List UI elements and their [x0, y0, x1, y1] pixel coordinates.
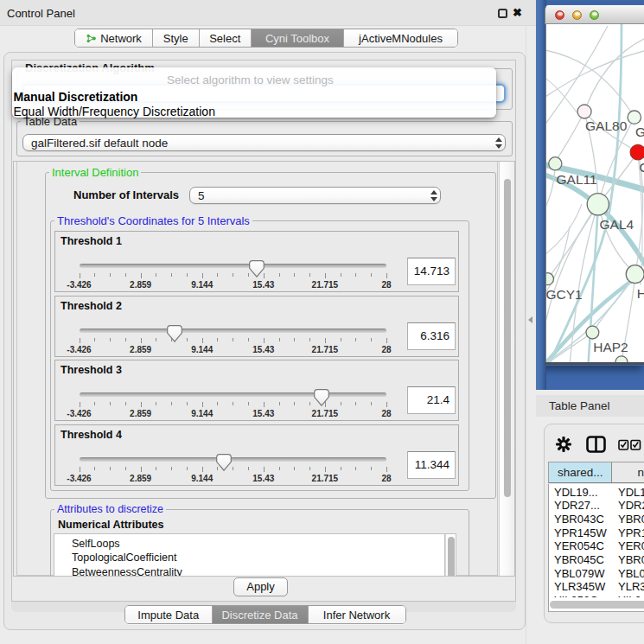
network-node[interactable]	[587, 194, 609, 215]
slider-tick	[110, 273, 111, 277]
slider-tick	[94, 338, 95, 341]
attribute-item[interactable]: TopologicalCoefficient	[72, 552, 176, 564]
table-cell[interactable]: YBR0	[618, 513, 644, 526]
control-panel-tabs: NetworkStyleSelectCyni ToolboxjActiveMNo…	[74, 29, 458, 48]
table-header-shared[interactable]: shared...	[549, 462, 612, 482]
slider-tick	[341, 467, 341, 470]
threshold-value-field[interactable]: 11.344	[407, 451, 456, 479]
attribute-item[interactable]: SelfLoops	[72, 538, 120, 550]
close-traffic-light[interactable]	[555, 10, 564, 20]
threshold-label: Threshold 1	[61, 235, 122, 247]
slider-tick	[279, 402, 280, 405]
table-cell[interactable]: YDR27...	[554, 499, 600, 512]
network-node[interactable]	[586, 326, 599, 339]
table-cell[interactable]: YDL1	[618, 486, 644, 499]
popup-placeholder-item[interactable]: Select algorithm to view settings	[167, 73, 334, 86]
network-node[interactable]	[615, 356, 628, 362]
number-of-intervals-combobox[interactable]: 5	[189, 187, 441, 204]
table-cell[interactable]: YDL19...	[554, 486, 598, 499]
slider-tick	[309, 338, 310, 341]
attributes-clip: Attributes to discretize Numerical Attri…	[13, 501, 514, 577]
tab-cyni-toolbox[interactable]: Cyni Toolbox	[252, 29, 344, 47]
slider-thumb[interactable]	[167, 325, 182, 342]
network-window-titlebar[interactable]	[545, 5, 644, 24]
divider-collapse-icon[interactable]	[528, 316, 532, 323]
slider-tick	[264, 402, 265, 407]
split-divider[interactable]	[526, 26, 536, 644]
slider-tick	[80, 467, 80, 472]
slider-track[interactable]	[80, 457, 387, 462]
network-node[interactable]	[546, 273, 554, 285]
table-cell[interactable]: YBR043C	[554, 513, 604, 526]
slider-thumb[interactable]	[249, 260, 265, 277]
main-scrollbar-thumb[interactable]	[504, 179, 511, 497]
table-cell[interactable]: YPR145W	[554, 526, 607, 539]
table-hscrollbar[interactable]	[548, 597, 644, 612]
gear-icon[interactable]	[556, 437, 571, 452]
close-icon[interactable]: ✖	[513, 6, 522, 19]
float-window-icon[interactable]	[498, 9, 507, 18]
table-cell[interactable]: YBL079W	[554, 567, 605, 580]
checkbox-columns-icon[interactable]	[618, 439, 641, 450]
split-table-icon[interactable]	[586, 436, 606, 453]
threshold-value-field[interactable]: 14.713	[407, 258, 456, 285]
table-cell[interactable]: YPR1	[618, 526, 644, 539]
slider-tick	[202, 273, 203, 278]
table-cell[interactable]: YER054C	[554, 539, 604, 552]
table-header-name[interactable]: n	[612, 462, 644, 482]
slider-thumb[interactable]	[216, 454, 232, 471]
table-cell[interactable]: YLR3	[618, 580, 644, 593]
slider-tick	[341, 338, 341, 341]
tab-infer-network[interactable]: Infer Network	[309, 606, 405, 623]
threshold-value-field[interactable]: 6.316	[407, 322, 456, 350]
numerical-attributes-list[interactable]: SelfLoopsTopologicalCoefficientBetweenne…	[54, 533, 445, 577]
table-body[interactable]: YDL19...YDL1YDR27...YDR2YBR043CYBR0YPR14…	[548, 484, 644, 597]
threshold-panel: Threshold 1-3.4262.8599.14415.4321.71528…	[54, 231, 459, 292]
network-node-label: GAL11	[557, 172, 597, 187]
slider-tick	[309, 273, 310, 277]
network-node[interactable]	[577, 105, 591, 118]
slider-tick	[371, 338, 372, 341]
tab-select[interactable]: Select	[200, 29, 252, 47]
table-data-combobox[interactable]: galFiltered.sif default node	[22, 134, 506, 151]
network-node-label: GAL80	[585, 118, 628, 133]
table-cell[interactable]: YBR0	[618, 553, 644, 566]
slider-tick	[125, 402, 126, 405]
popup-item[interactable]: Manual Discretization	[14, 90, 138, 104]
table-cell[interactable]: YLR345W	[554, 580, 605, 593]
slider-track[interactable]	[80, 328, 387, 333]
tab-style[interactable]: Style	[153, 29, 200, 47]
table-cell[interactable]: YBR045C	[554, 553, 604, 566]
network-canvas[interactable]: GAL80GACGAL11GAL4GCY1HHAP2	[545, 24, 644, 362]
threshold-value-field[interactable]: 21.4	[407, 386, 456, 414]
slider-tick-label: 21.715	[312, 409, 339, 418]
network-node[interactable]	[628, 111, 641, 124]
zoom-traffic-light[interactable]	[590, 10, 599, 20]
network-node[interactable]	[626, 265, 644, 284]
minimize-traffic-light[interactable]	[572, 10, 582, 20]
slider-tick-label: 2.859	[130, 474, 151, 483]
table-cell[interactable]: YER0	[618, 539, 644, 552]
table-cell[interactable]: YBL0	[618, 567, 644, 580]
network-edge	[555, 112, 584, 163]
apply-button[interactable]: Apply	[233, 577, 288, 596]
slider-tick	[294, 273, 295, 277]
slider-thumb[interactable]	[314, 389, 329, 406]
slider-track[interactable]	[80, 264, 387, 268]
popup-item[interactable]: Equal Width/Frequency Discretization	[14, 105, 215, 118]
slider-track[interactable]	[80, 392, 387, 397]
slider-tick	[355, 273, 356, 277]
table-cell[interactable]: YDR2	[618, 499, 644, 512]
attributes-list-scrollbar[interactable]	[445, 533, 456, 577]
network-node[interactable]	[630, 145, 644, 160]
network-node[interactable]	[549, 157, 562, 170]
tab-discretize-data[interactable]: Discretize Data	[213, 606, 309, 623]
tab-network[interactable]: Network	[75, 29, 153, 47]
attribute-item[interactable]: BetweennessCentrality	[72, 566, 182, 577]
tab-impute-data[interactable]: Impute Data	[125, 606, 213, 623]
tab-jactivemnodules[interactable]: jActiveMNodules	[344, 29, 457, 47]
slider-tick-label: 28	[381, 409, 391, 418]
slider-tick	[341, 402, 341, 405]
slider-tick-label: 9.144	[191, 409, 213, 418]
slider-tick	[187, 273, 188, 277]
